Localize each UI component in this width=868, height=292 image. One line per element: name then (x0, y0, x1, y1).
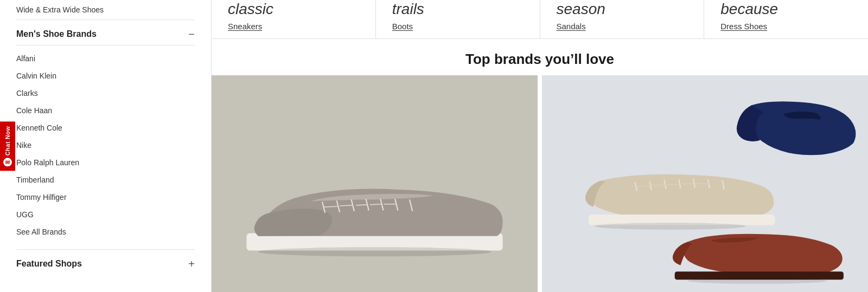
top-brands-title: Top brands you’ll love (212, 39, 868, 75)
svg-line-24 (667, 184, 680, 185)
brand-link-polo-ralph-lauren[interactable]: Polo Ralph Lauren (16, 158, 79, 167)
list-item: Clarks (16, 85, 195, 102)
featured-shops-toggle[interactable]: + (188, 258, 195, 269)
list-item: Alfani (16, 50, 195, 67)
category-link-dress-shoes[interactable]: Dress Shoes (720, 22, 767, 31)
svg-point-28 (595, 223, 746, 230)
chat-now-label: Chat Now (4, 126, 11, 155)
brand-list: Alfani Calvin Klein Clarks Cole Haan Ken… (16, 46, 195, 245)
category-link-boots[interactable]: Boots (392, 22, 413, 31)
categories-row: classic Sneakers trails Boots season San… (212, 0, 868, 39)
list-item: Cole Haan (16, 102, 195, 119)
chat-now-button[interactable]: ✉ Chat Now (0, 121, 15, 171)
category-link-sneakers[interactable]: Sneakers (228, 22, 262, 31)
brands-toggle[interactable]: − (188, 29, 195, 40)
brand-link-kenneth-cole[interactable]: Kenneth Cole (16, 124, 62, 132)
main-content: classic Sneakers trails Boots season San… (212, 0, 868, 292)
category-word-because: because (720, 0, 778, 18)
category-because: because Dress Shoes (704, 0, 868, 38)
shoe-illustration-left (212, 75, 538, 292)
list-item: Tommy Hilfiger (16, 189, 195, 206)
wide-shoes-link[interactable]: Wide & Extra Wide Shoes (16, 0, 195, 20)
svg-line-10 (356, 204, 367, 205)
list-item: UGG (16, 206, 195, 223)
svg-line-23 (652, 185, 666, 185)
chat-icon: ✉ (3, 158, 12, 166)
category-classic: classic Sneakers (212, 0, 376, 38)
list-item: Kenneth Cole (16, 119, 195, 137)
brand-link-clarks[interactable]: Clarks (16, 89, 38, 98)
brand-link-ugg[interactable]: UGG (16, 210, 34, 219)
brand-link-calvin-klein[interactable]: Calvin Klein (16, 72, 56, 80)
brand-link-nike[interactable]: Nike (16, 141, 31, 150)
featured-shops-title: Featured Shops (16, 259, 82, 269)
svg-point-29 (687, 278, 827, 284)
svg-line-9 (340, 205, 353, 206)
brand-images-row (212, 75, 868, 292)
svg-line-8 (323, 206, 339, 207)
category-season: season Sandals (540, 0, 705, 38)
list-item: Polo Ralph Lauren (16, 154, 195, 171)
category-word-trails: trails (392, 0, 424, 18)
see-all-brands-link[interactable]: See All Brands (16, 228, 66, 236)
svg-line-22 (636, 186, 651, 186)
category-trails: trails Boots (376, 0, 540, 38)
shoe-illustration-right (542, 75, 868, 292)
list-item: Calvin Klein (16, 67, 195, 85)
brand-link-timberland[interactable]: Timberland (16, 176, 54, 184)
featured-shops-header: Featured Shops + (16, 249, 195, 275)
category-link-sandals[interactable]: Sandals (557, 22, 586, 31)
brand-link-tommy-hilfiger[interactable]: Tommy Hilfiger (16, 193, 67, 202)
list-item: Timberland (16, 171, 195, 189)
brand-image-card-left[interactable] (212, 75, 538, 292)
brand-link-cole-haan[interactable]: Cole Haan (16, 106, 52, 115)
list-item: See All Brands (16, 223, 195, 241)
brands-section-title: Men's Shoe Brands (16, 29, 97, 39)
brand-link-alfani[interactable]: Alfani (16, 54, 35, 63)
svg-line-11 (370, 204, 381, 204)
category-word-classic: classic (228, 0, 273, 18)
brand-image-card-right[interactable] (542, 75, 868, 292)
brands-section-header: Men's Shoe Brands − (16, 20, 195, 46)
list-item: Nike (16, 137, 195, 154)
sidebar: Wide & Extra Wide Shoes Men's Shoe Brand… (0, 0, 212, 292)
svg-point-13 (258, 247, 491, 256)
category-word-season: season (557, 0, 605, 18)
top-brands-section: Top brands you’ll love (212, 39, 868, 292)
